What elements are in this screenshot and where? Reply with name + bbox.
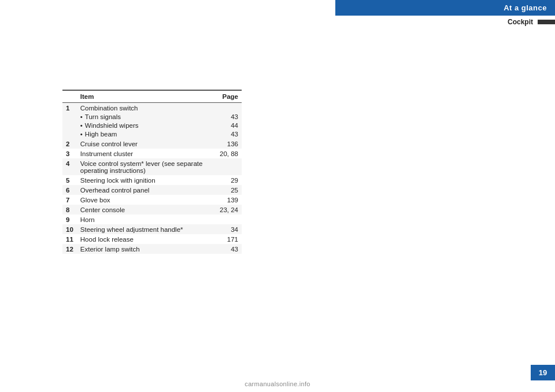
row-number: 9: [62, 215, 77, 224]
table-row: 4Voice control system* lever (see separa…: [62, 158, 242, 175]
col-header-page: Page: [216, 90, 242, 103]
table-row: 6Overhead control panel25: [62, 185, 242, 195]
row-sub-page: 43: [216, 130, 242, 139]
row-sub-empty: [62, 130, 77, 139]
row-number: 3: [62, 149, 77, 158]
row-sub-page: 44: [216, 121, 242, 130]
bullet-icon: •: [80, 131, 83, 138]
row-page: 25: [216, 185, 242, 195]
table-row: 11Hood lock release171: [62, 234, 242, 244]
row-page: 136: [216, 139, 242, 149]
col-header-item: Item: [77, 90, 216, 103]
watermark-text: carmanualsonline.info: [245, 380, 310, 387]
table-row-sub: •Windshield wipers44: [62, 121, 242, 130]
table-row: 2Cruise control lever136: [62, 139, 242, 149]
page-number-box: 19: [531, 365, 555, 380]
row-page: 23, 24: [216, 205, 242, 215]
row-number: 8: [62, 205, 77, 215]
bullet-icon: •: [80, 122, 83, 129]
watermark: carmanualsonline.info: [245, 380, 310, 387]
page-number: 19: [539, 368, 547, 377]
table-row: 3Instrument cluster20, 88: [62, 149, 242, 158]
row-page: 43: [216, 244, 242, 254]
table-row: 10Steering wheel adjustment handle*34: [62, 224, 242, 234]
table-container: Item Page 1Combination switch•Turn signa…: [62, 90, 242, 254]
row-item: Exterior lamp switch: [77, 244, 216, 254]
row-page: 20, 88: [216, 149, 242, 158]
row-item: Cruise control lever: [77, 139, 216, 149]
row-sub-empty: [62, 113, 77, 121]
row-number: 5: [62, 175, 77, 185]
row-sub-item: •Windshield wipers: [77, 121, 216, 130]
row-number: 7: [62, 195, 77, 205]
row-page: [216, 158, 242, 175]
row-page: 29: [216, 175, 242, 185]
row-item: Combination switch: [77, 103, 216, 113]
row-sub-item: •High beam: [77, 130, 216, 139]
row-sub-page: 43: [216, 113, 242, 121]
table-row: 9Horn: [62, 215, 242, 224]
row-page: 139: [216, 195, 242, 205]
row-item: Voice control system* lever (see separat…: [77, 158, 216, 175]
row-item: Glove box: [77, 195, 216, 205]
table-row: 1Combination switch: [62, 103, 242, 113]
cockpit-tab: [538, 20, 555, 24]
table-header-row: Item Page: [62, 90, 242, 103]
row-page: 34: [216, 224, 242, 234]
row-item: Hood lock release: [77, 234, 216, 244]
table-row: 12Exterior lamp switch43: [62, 244, 242, 254]
row-page: [216, 103, 242, 113]
row-sub-item: •Turn signals: [77, 113, 216, 121]
table-row: 8Center console23, 24: [62, 205, 242, 215]
row-item: Overhead control panel: [77, 185, 216, 195]
table-body: 1Combination switch•Turn signals43•Winds…: [62, 103, 242, 254]
table-row-sub: •High beam43: [62, 130, 242, 139]
header-section: At a glance Cockpit: [335, 0, 555, 28]
table-row: 7Glove box139: [62, 195, 242, 205]
row-item: Horn: [77, 215, 216, 224]
table-row-sub: •Turn signals43: [62, 113, 242, 121]
row-number: 11: [62, 234, 77, 244]
row-item: Center console: [77, 205, 216, 215]
row-number: 1: [62, 103, 77, 113]
cockpit-bar: Cockpit: [335, 16, 555, 28]
at-a-glance-label: At a glance: [504, 3, 547, 12]
row-page: 171: [216, 234, 242, 244]
at-a-glance-bar: At a glance: [335, 0, 555, 16]
bullet-icon: •: [80, 113, 83, 120]
row-page: [216, 215, 242, 224]
row-number: 10: [62, 224, 77, 234]
row-item: Steering lock with ignition: [77, 175, 216, 185]
row-sub-empty: [62, 121, 77, 130]
row-number: 4: [62, 158, 77, 175]
row-number: 6: [62, 185, 77, 195]
table-row: 5Steering lock with ignition29: [62, 175, 242, 185]
row-item: Instrument cluster: [77, 149, 216, 158]
col-header-empty: [62, 90, 77, 103]
cockpit-table: Item Page 1Combination switch•Turn signa…: [62, 90, 242, 254]
row-item: Steering wheel adjustment handle*: [77, 224, 216, 234]
row-number: 2: [62, 139, 77, 149]
cockpit-label: Cockpit: [508, 18, 538, 26]
row-number: 12: [62, 244, 77, 254]
